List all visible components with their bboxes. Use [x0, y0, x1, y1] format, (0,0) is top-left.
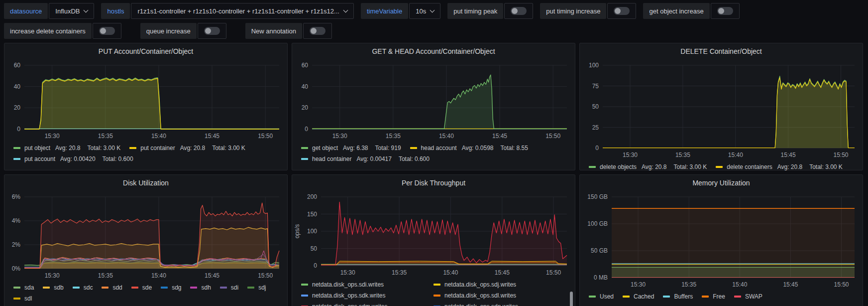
svg-text:4%: 4%	[12, 217, 21, 224]
toggle-switch[interactable]	[93, 23, 121, 39]
series-name: Buffers	[674, 293, 693, 300]
series-color-dash-icon	[301, 147, 308, 149]
legend-item[interactable]: put containerAvg: 20.8Total: 3.00 K	[129, 143, 245, 153]
legend-item[interactable]: sdl	[13, 294, 32, 304]
toggle-pill[interactable]	[717, 7, 733, 15]
legend-item[interactable]: Cached	[623, 292, 654, 302]
legend-item[interactable]: Free	[702, 292, 725, 302]
legend-item[interactable]: sdg	[161, 283, 181, 293]
svg-text:15:50: 15:50	[833, 152, 848, 158]
series-name: netdata.disk_ops.sdn.writes	[444, 303, 518, 306]
panel-title[interactable]: GET & HEAD Account/Container/Object	[292, 43, 575, 59]
panel-get-head-account-container-object: GET & HEAD Account/Container/Object 0204…	[292, 43, 575, 170]
legend-item[interactable]: delete containersAvg: 20.8Total: 3.00 K	[716, 162, 843, 172]
svg-text:60: 60	[14, 62, 21, 69]
series-color-dash-icon	[623, 296, 630, 298]
legend-item[interactable]: sdb	[43, 283, 63, 293]
legend-item[interactable]: netdata.disk_ops.sdn.writes	[434, 302, 557, 306]
time-series-chart[interactable]: 020406015:3015:3515:4015:4515:50	[4, 59, 287, 142]
legend-item[interactable]: netdata.disk_ops.sdm.writes	[301, 302, 425, 306]
panel-title[interactable]: Memory Utilization	[580, 175, 863, 191]
series-name: SWAP	[745, 293, 762, 300]
toggle-switch[interactable]	[711, 3, 740, 19]
series-stat-value: Total: 3.00 K	[88, 145, 121, 152]
series-color-dash-icon	[301, 158, 308, 160]
legend-item[interactable]: sda	[13, 283, 34, 293]
svg-text:15:45: 15:45	[205, 133, 219, 140]
legend-item[interactable]: sde	[131, 283, 152, 293]
series-color-dash-icon	[247, 287, 254, 289]
legend-item[interactable]: netdata.disk_ops.sdj.writes	[434, 280, 557, 290]
panel-legend: UsedCachedBuffersFreeSWAP	[580, 291, 863, 302]
series-stats: Avg: 0.00420Total: 0.600	[60, 155, 133, 162]
series-name: sdg	[172, 284, 181, 291]
legend-item[interactable]: get objectAvg: 6.38Total: 919	[301, 143, 401, 153]
legend-item[interactable]: sdi	[220, 283, 238, 293]
legend-scrollbar[interactable]	[570, 292, 573, 306]
toggle-switch[interactable]	[198, 23, 226, 39]
svg-text:0 MB: 0 MB	[594, 274, 608, 281]
panel-title[interactable]: PUT Account/Container/Object	[4, 43, 287, 59]
time-series-chart[interactable]: 0%2%4%6%15:3015:3515:4015:4515:50	[4, 191, 287, 282]
toggle-pill[interactable]	[204, 27, 220, 35]
time-series-chart[interactable]: 020406015:3015:3515:4015:4515:50	[292, 59, 575, 142]
panel-legend: get objectAvg: 6.38Total: 919head accoun…	[292, 142, 575, 164]
legend-item[interactable]: netdata.disk_ops.sdi.writes	[301, 280, 425, 290]
series-stat-value: Total: 3.00 K	[212, 145, 245, 152]
svg-text:15:50: 15:50	[834, 281, 849, 288]
chevron-down-icon	[430, 8, 435, 13]
svg-text:ops/s: ops/s	[294, 224, 301, 239]
legend-item[interactable]: put objectAvg: 20.8Total: 3.00 K	[13, 143, 120, 153]
legend-item[interactable]: sdd	[102, 283, 122, 293]
legend-item[interactable]: sdh	[190, 283, 211, 293]
chevron-down-icon	[343, 8, 348, 13]
svg-text:15:45: 15:45	[492, 133, 507, 140]
legend-item[interactable]: netdata.disk_ops.sdl.writes	[434, 291, 557, 301]
panel-title[interactable]: DELETE Container/Object	[580, 43, 863, 59]
series-color-dash-icon	[434, 284, 440, 286]
legend-item[interactable]: sdj	[247, 283, 266, 293]
legend-item[interactable]: head accountAvg: 0.0598Total: 8.55	[410, 143, 528, 153]
toggle-switch[interactable]	[303, 23, 332, 39]
legend-item[interactable]: put accountAvg: 0.00420Total: 0.600	[13, 154, 133, 164]
variable-value-dropdown[interactable]: InfluxDB	[49, 3, 94, 19]
legend-item[interactable]: SWAP	[734, 292, 762, 302]
series-stat-value: Avg: 6.38	[343, 145, 368, 152]
toggle-switch[interactable]	[607, 3, 636, 19]
time-series-chart[interactable]: 05010015020015:3015:3515:4015:4515:50ops…	[292, 191, 575, 279]
legend-item[interactable]: sdc	[73, 283, 93, 293]
svg-text:15:35: 15:35	[98, 133, 113, 140]
variable-control: timeVariable10s	[361, 3, 440, 19]
toggle-knob	[311, 28, 317, 34]
legend-item[interactable]: Buffers	[663, 292, 693, 302]
toggle-switch[interactable]	[504, 3, 533, 19]
toggle-pill[interactable]	[511, 7, 527, 15]
toggle-pill[interactable]	[614, 7, 630, 15]
legend-item[interactable]: delete objectsAvg: 20.8Total: 3.00 K	[589, 162, 707, 172]
panel-title[interactable]: Disk Utilization	[4, 175, 287, 191]
svg-text:15:50: 15:50	[545, 133, 560, 140]
svg-text:15:40: 15:40	[732, 281, 747, 288]
toggle-pill[interactable]	[310, 27, 326, 35]
toggle-knob	[718, 8, 724, 14]
series-stat-value: Total: 0.600	[399, 155, 430, 162]
variable-value-dropdown[interactable]: 10s	[409, 3, 440, 19]
legend-item[interactable]: netdata.disk_ops.sdk.writes	[301, 291, 425, 301]
variable-value-dropdown[interactable]: r1z1s1-controller + r1z1s10-controller +…	[131, 3, 353, 19]
svg-text:15:45: 15:45	[781, 152, 796, 158]
series-name: netdata.disk_ops.sdl.writes	[444, 292, 516, 299]
svg-text:50: 50	[592, 103, 599, 110]
series-name: sde	[142, 284, 152, 291]
legend-item[interactable]: Used	[589, 292, 614, 302]
series-stats: Avg: 0.0598Total: 8.55	[462, 145, 528, 152]
svg-text:15:30: 15:30	[623, 152, 638, 158]
series-stat-value: Avg: 20.8	[642, 163, 666, 170]
panel-title[interactable]: Per Disk Throughput	[292, 175, 575, 191]
legend-item[interactable]: head containerAvg: 0.00417Total: 0.600	[301, 154, 430, 164]
toggle-pill[interactable]	[99, 27, 115, 35]
svg-text:15:40: 15:40	[443, 269, 458, 276]
time-series-chart[interactable]: 025507510015:3015:3515:4015:4515:50	[580, 59, 863, 161]
time-series-chart[interactable]: 0 MB50 GB100 GB150 GB15:3015:3515:4015:4…	[580, 191, 863, 291]
toggle-knob	[100, 28, 106, 34]
series-color-dash-icon	[13, 158, 20, 160]
